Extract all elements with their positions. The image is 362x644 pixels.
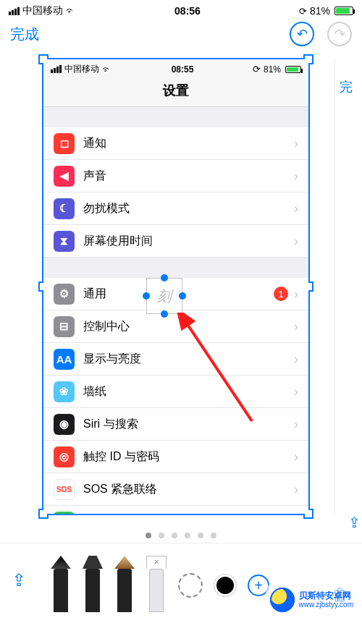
chevron-right-icon: ›	[294, 201, 298, 216]
page-dot[interactable]	[198, 533, 203, 538]
chevron-right-icon: ›	[294, 169, 298, 184]
chevron-right-icon: ›	[294, 384, 298, 399]
watermark-logo-icon	[270, 588, 295, 612]
signal-icon	[9, 7, 20, 15]
page-dot[interactable]	[211, 533, 216, 538]
redo-button: ↷	[327, 22, 352, 46]
battery-icon: ▮	[54, 512, 75, 514]
signal-icon	[51, 65, 62, 73]
orientation-lock-icon: ⟳	[253, 64, 261, 75]
pen-tool[interactable]	[51, 556, 71, 612]
chevron-right-icon: ›	[294, 136, 298, 151]
page-dot[interactable]	[172, 533, 177, 538]
settings-row-dnd[interactable]: ☾勿扰模式›	[43, 192, 308, 225]
stamp-handle[interactable]	[161, 310, 168, 318]
row-label: Siri 与搜索	[83, 417, 294, 432]
page-dot[interactable]	[159, 533, 164, 538]
page-dot[interactable]	[146, 533, 151, 538]
settings-row-screen[interactable]: ⧗屏幕使用时间›	[43, 225, 308, 258]
settings-row-wallpaper[interactable]: ❀墙纸›	[43, 376, 308, 408]
stamp-handle[interactable]	[143, 292, 150, 300]
row-label: 显示与亮度	[83, 352, 294, 367]
carrier-label: 中国移动	[22, 4, 63, 17]
annotation-stamp[interactable]: 刻	[146, 278, 182, 314]
control-icon: ⊟	[54, 316, 75, 337]
color-picker[interactable]	[214, 575, 236, 596]
inner-clock-label: 08:55	[172, 64, 194, 75]
inner-screenshot: 中国移动 ᯤ 08:55 ⟳ 81% 设置 ◻通知›◀声音›☾勿扰模式›⧗屏幕使…	[43, 59, 308, 514]
watermark: 贝斯特安卓网 www.zjbstyy.com	[266, 585, 358, 615]
stamp-handle[interactable]	[179, 292, 186, 300]
next-screenshot-peek[interactable]: 完	[334, 58, 362, 515]
stamp-handle[interactable]	[161, 274, 168, 281]
wifi-icon: ᯤ	[102, 64, 112, 75]
share-button[interactable]: ⇪	[12, 570, 26, 590]
clock-label: 08:56	[174, 5, 201, 17]
chevron-right-icon: ›	[294, 234, 298, 249]
settings-row-sound[interactable]: ◀声音›	[43, 160, 308, 192]
notification-badge: 1	[274, 287, 288, 301]
battery-icon	[334, 7, 353, 15]
general-icon: ⚙	[54, 284, 75, 305]
page-dot[interactable]	[185, 533, 190, 538]
siri-icon: ◉	[54, 414, 75, 435]
touchid-icon: ◎	[54, 446, 75, 467]
screen-icon: ⧗	[54, 231, 75, 252]
sos-icon: SOS	[54, 479, 75, 500]
chevron-right-icon: ›	[294, 449, 298, 465]
inner-battery-pct: 81%	[264, 64, 281, 75]
lasso-tool[interactable]	[178, 573, 203, 598]
settings-row-control[interactable]: ⊟控制中心›	[43, 310, 308, 343]
watermark-name: 贝斯特安卓网	[299, 590, 351, 601]
battery-pct-label: 81%	[310, 5, 330, 17]
settings-row-sos[interactable]: SOSSOS 紧急联络›	[43, 473, 308, 506]
chevron-right-icon: ›	[294, 287, 298, 302]
settings-row-siri[interactable]: ◉Siri 与搜索›	[43, 408, 308, 441]
wallpaper-icon: ❀	[54, 381, 75, 402]
dnd-icon: ☾	[54, 198, 75, 219]
chevron-right-icon: ›	[294, 352, 298, 367]
row-label: 控制中心	[83, 319, 294, 334]
wifi-icon: ᯤ	[66, 5, 76, 17]
chevron-right-icon: ›	[294, 482, 298, 497]
row-label: 通知	[83, 136, 294, 151]
orientation-lock-icon: ⟳	[299, 6, 307, 17]
markup-canvas[interactable]: 中国移动 ᯤ 08:55 ⟳ 81% 设置 ◻通知›◀声音›☾勿扰模式›⧗屏幕使…	[0, 54, 362, 524]
row-label: 屏幕使用时间	[83, 234, 294, 249]
device-status-bar: 中国移动 ᯤ 08:56 ⟳ 81%	[0, 0, 362, 19]
row-label: SOS 紧急联络	[83, 482, 294, 497]
settings-row-notif[interactable]: ◻通知›	[43, 127, 308, 160]
row-label: 声音	[83, 169, 294, 184]
row-label: 勿扰模式	[83, 201, 294, 216]
eraser-tool[interactable]	[146, 556, 167, 612]
share-icon: ⇪	[348, 514, 361, 531]
display-icon: AA	[54, 349, 75, 370]
settings-row-touchid[interactable]: ◎触控 ID 与密码›	[43, 441, 308, 473]
undo-button[interactable]: ↶	[290, 22, 314, 46]
stamp-text: 刻	[157, 287, 172, 306]
crop-frame[interactable]: 中国移动 ᯤ 08:55 ⟳ 81% 设置 ◻通知›◀声音›☾勿扰模式›⧗屏幕使…	[42, 58, 310, 515]
marker-tool[interactable]	[83, 556, 103, 612]
next-done-label: 完	[335, 74, 362, 96]
row-label: 触控 ID 与密码	[83, 449, 294, 465]
inner-status-bar: 中国移动 ᯤ 08:55 ⟳ 81%	[43, 59, 308, 77]
watermark-url: www.zjbstyy.com	[299, 601, 353, 609]
settings-title: 设置	[43, 77, 308, 107]
settings-row-display[interactable]: AA显示与亮度›	[43, 343, 308, 376]
done-button[interactable]: 完成	[10, 25, 39, 44]
settings-row-battery[interactable]: ▮电池›	[43, 506, 308, 514]
chevron-right-icon: ›	[294, 319, 298, 334]
inner-carrier-label: 中国移动	[64, 63, 99, 75]
pencil-tool[interactable]	[114, 556, 135, 612]
notif-icon: ◻	[54, 133, 75, 154]
editor-top-bar: 完成 ↶ ↷	[0, 19, 362, 54]
row-label: 墙纸	[83, 384, 294, 399]
battery-icon	[285, 66, 301, 73]
sound-icon: ◀	[54, 166, 75, 187]
page-indicator[interactable]	[0, 524, 362, 543]
chevron-right-icon: ›	[294, 417, 298, 432]
